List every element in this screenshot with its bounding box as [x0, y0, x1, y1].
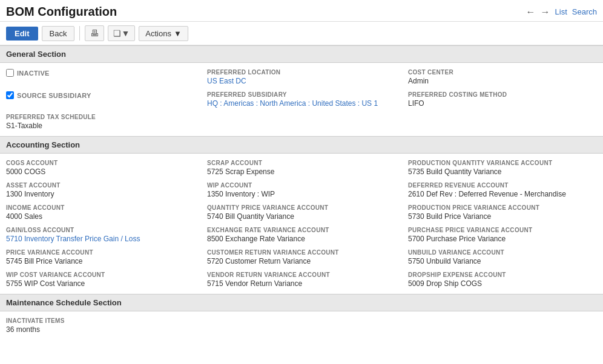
- accounting-field-label-7: QUANTITY PRICE VARIANCE ACCOUNT: [207, 204, 396, 211]
- accounting-field-label-13: CUSTOMER RETURN VARIANCE ACCOUNT: [207, 249, 396, 256]
- accounting-field-15: WIP COST VARIANCE ACCOUNT5755 WIP Cost V…: [6, 271, 195, 288]
- copy-button[interactable]: ❏▼: [108, 25, 135, 41]
- source-subsidiary-field: SOURCE SUBSIDIARY: [6, 91, 195, 108]
- accounting-fields-grid: COGS ACCOUNT5000 COGSSCRAP ACCOUNT5725 S…: [6, 160, 597, 288]
- inactive-label: INACTIVE: [17, 70, 50, 77]
- nav-list-link[interactable]: List: [555, 7, 567, 16]
- accounting-field-value-8: 5730 Build Price Variance: [408, 212, 597, 221]
- accounting-field-label-9: GAIN/LOSS ACCOUNT: [6, 227, 195, 233]
- accounting-field-5: DEFERRED REVENUE ACCOUNT2610 Def Rev : D…: [408, 182, 597, 198]
- inactivate-items-value: 36 months: [6, 325, 597, 334]
- accounting-field-3: ASSET ACCOUNT1300 Inventory: [6, 182, 195, 198]
- actions-button[interactable]: Actions ▼: [139, 26, 188, 41]
- cost-center-field: COST CENTER Admin: [408, 69, 597, 85]
- nav-search-link[interactable]: Search: [572, 7, 597, 16]
- accounting-field-value-3: 1300 Inventory: [6, 190, 195, 198]
- preferred-location-field: PREFERRED LOCATION US East DC: [207, 69, 396, 85]
- accounting-field-label-15: WIP COST VARIANCE ACCOUNT: [6, 271, 195, 278]
- accounting-field-1: SCRAP ACCOUNT5725 Scrap Expense: [207, 160, 396, 176]
- accounting-field-label-4: WIP ACCOUNT: [207, 182, 396, 189]
- inactive-field: INACTIVE: [6, 69, 195, 85]
- accounting-section: Accounting Section COGS ACCOUNT5000 COGS…: [0, 136, 603, 294]
- accounting-field-12: PRICE VARIANCE ACCOUNT5745 Bill Price Va…: [6, 249, 195, 265]
- preferred-costing-label: PREFERRED COSTING METHOD: [408, 91, 597, 98]
- accounting-field-value-7: 5740 Bill Quantity Variance: [207, 212, 396, 221]
- accounting-field-label-8: PRODUCTION PRICE VARIANCE ACCOUNT: [408, 204, 597, 211]
- accounting-field-label-12: PRICE VARIANCE ACCOUNT: [6, 249, 195, 256]
- accounting-field-value-0: 5000 COGS: [6, 167, 195, 176]
- accounting-field-value-1: 5725 Scrap Expense: [207, 167, 396, 176]
- general-section-body: INACTIVE PREFERRED LOCATION US East DC C…: [0, 63, 603, 136]
- print-button[interactable]: 🖶: [85, 25, 104, 41]
- preferred-tax-label: PREFERRED TAX SCHEDULE: [6, 114, 195, 120]
- inactive-checkbox[interactable]: [6, 69, 14, 77]
- header-nav: ← → List Search: [526, 7, 597, 18]
- preferred-location-value[interactable]: US East DC: [207, 77, 396, 85]
- accounting-field-value-16: 5715 Vendor Return Variance: [207, 279, 396, 288]
- accounting-field-value-14: 5750 Unbuild Variance: [408, 257, 597, 265]
- general-section: General Section INACTIVE PREFERRED LOCAT…: [0, 45, 603, 136]
- accounting-field-value-10: 8500 Exchange Rate Variance: [207, 235, 396, 243]
- accounting-field-value-4: 1350 Inventory : WIP: [207, 190, 396, 198]
- accounting-field-label-1: SCRAP ACCOUNT: [207, 160, 396, 166]
- accounting-section-body: COGS ACCOUNT5000 COGSSCRAP ACCOUNT5725 S…: [0, 154, 603, 294]
- maintenance-section-header: Maintenance Schedule Section: [0, 294, 603, 311]
- accounting-field-value-5: 2610 Def Rev : Deferred Revenue - Mercha…: [408, 190, 597, 198]
- accounting-field-2: PRODUCTION QUANTITY VARIANCE ACCOUNT5735…: [408, 160, 597, 176]
- accounting-field-value-17: 5009 Drop Ship COGS: [408, 279, 597, 288]
- inactive-checkbox-row[interactable]: INACTIVE: [6, 69, 195, 77]
- accounting-field-17: DROPSHIP EXPENSE ACCOUNT5009 Drop Ship C…: [408, 271, 597, 288]
- accounting-field-value-9[interactable]: 5710 Inventory Transfer Price Gain / Los…: [6, 235, 195, 243]
- source-subsidiary-label: SOURCE SUBSIDIARY: [17, 92, 91, 99]
- accounting-field-value-2: 5735 Build Quantity Variance: [408, 167, 597, 176]
- source-subsidiary-checkbox-row[interactable]: SOURCE SUBSIDIARY: [6, 91, 195, 99]
- accounting-field-14: UNBUILD VARIANCE ACCOUNT5750 Unbuild Var…: [408, 249, 597, 265]
- maintenance-section: Maintenance Schedule Section INACTIVATE …: [0, 294, 603, 340]
- accounting-field-label-17: DROPSHIP EXPENSE ACCOUNT: [408, 271, 597, 278]
- accounting-field-label-14: UNBUILD VARIANCE ACCOUNT: [408, 249, 597, 256]
- accounting-field-0: COGS ACCOUNT5000 COGS: [6, 160, 195, 176]
- toolbar-divider: [79, 26, 80, 41]
- accounting-field-8: PRODUCTION PRICE VARIANCE ACCOUNT5730 Bu…: [408, 204, 597, 221]
- accounting-field-value-12: 5745 Bill Price Variance: [6, 257, 195, 265]
- accounting-field-7: QUANTITY PRICE VARIANCE ACCOUNT5740 Bill…: [207, 204, 396, 221]
- preferred-tax-field: PREFERRED TAX SCHEDULE S1-Taxable: [6, 114, 195, 130]
- preferred-subsidiary-label: PREFERRED SUBSIDIARY: [207, 91, 396, 98]
- preferred-subsidiary-field: PREFERRED SUBSIDIARY HQ : Americas : Nor…: [207, 91, 396, 108]
- accounting-field-label-3: ASSET ACCOUNT: [6, 182, 195, 189]
- accounting-field-label-16: VENDOR RETURN VARIANCE ACCOUNT: [207, 271, 396, 278]
- inactivate-items-field: INACTIVATE ITEMS 36 months: [6, 317, 597, 334]
- accounting-field-10: EXCHANGE RATE VARIANCE ACCOUNT8500 Excha…: [207, 227, 396, 243]
- accounting-field-label-11: PURCHASE PRICE VARIANCE ACCOUNT: [408, 227, 597, 233]
- back-button[interactable]: Back: [42, 26, 75, 41]
- page-title: BOM Configuration: [6, 5, 117, 19]
- accounting-field-label-5: DEFERRED REVENUE ACCOUNT: [408, 182, 597, 189]
- actions-chevron-icon: ▼: [174, 29, 182, 38]
- accounting-field-value-15: 5755 WIP Cost Variance: [6, 279, 195, 288]
- nav-forward-arrow[interactable]: →: [541, 7, 550, 18]
- accounting-field-label-0: COGS ACCOUNT: [6, 160, 195, 166]
- preferred-tax-value: S1-Taxable: [6, 122, 195, 130]
- cost-center-value: Admin: [408, 77, 597, 85]
- preferred-subsidiary-value[interactable]: HQ : Americas : North America : United S…: [207, 99, 396, 108]
- accounting-section-header: Accounting Section: [0, 136, 603, 154]
- edit-button[interactable]: Edit: [6, 27, 38, 41]
- inactivate-items-label: INACTIVATE ITEMS: [6, 317, 597, 324]
- accounting-field-value-13: 5720 Customer Return Variance: [207, 257, 396, 265]
- page-header: BOM Configuration ← → List Search: [0, 0, 603, 22]
- accounting-field-13: CUSTOMER RETURN VARIANCE ACCOUNT5720 Cus…: [207, 249, 396, 265]
- source-subsidiary-checkbox[interactable]: [6, 91, 14, 99]
- general-section-header: General Section: [0, 45, 603, 63]
- accounting-field-9: GAIN/LOSS ACCOUNT5710 Inventory Transfer…: [6, 227, 195, 243]
- accounting-field-label-2: PRODUCTION QUANTITY VARIANCE ACCOUNT: [408, 160, 597, 166]
- preferred-location-label: PREFERRED LOCATION: [207, 69, 396, 76]
- maintenance-section-body: INACTIVATE ITEMS 36 months: [0, 311, 603, 340]
- accounting-field-label-10: EXCHANGE RATE VARIANCE ACCOUNT: [207, 227, 396, 233]
- preferred-costing-field: PREFERRED COSTING METHOD LIFO: [408, 91, 597, 108]
- accounting-field-value-6: 4000 Sales: [6, 212, 195, 221]
- accounting-field-value-11: 5700 Purchase Price Variance: [408, 235, 597, 243]
- actions-label: Actions: [145, 29, 171, 38]
- nav-back-arrow[interactable]: ←: [526, 7, 536, 18]
- preferred-costing-value: LIFO: [408, 99, 597, 108]
- accounting-field-4: WIP ACCOUNT1350 Inventory : WIP: [207, 182, 396, 198]
